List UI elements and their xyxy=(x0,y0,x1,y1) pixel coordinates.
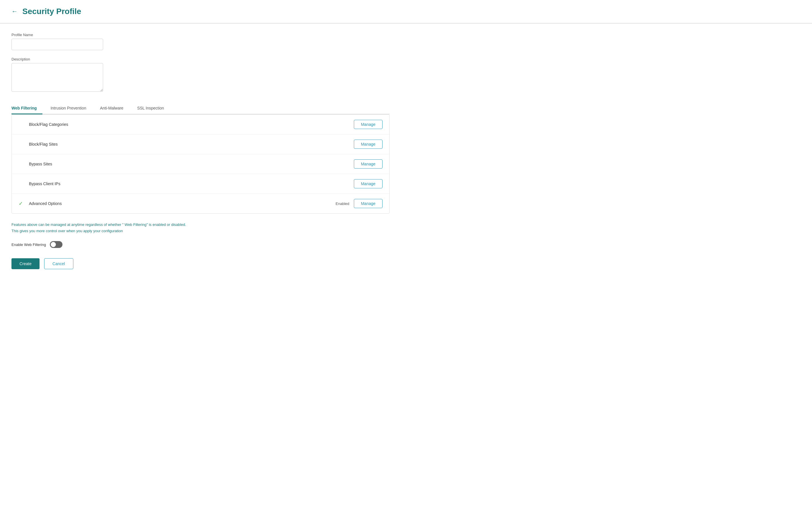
action-buttons: Create Cancel xyxy=(11,258,390,269)
row-left-bypass-client-ips: Bypass Client IPs xyxy=(19,181,60,186)
back-icon: ← xyxy=(11,8,18,15)
description-label: Description xyxy=(11,57,390,61)
info-line1: Features above can be managed at anytime… xyxy=(11,222,390,228)
info-text: Features above can be managed at anytime… xyxy=(11,222,390,234)
description-input[interactable] xyxy=(11,63,103,92)
row-right-block-flag-categories: Manage xyxy=(354,120,382,129)
profile-name-input[interactable] xyxy=(11,39,103,50)
row-left-block-flag-categories: Block/Flag Categories xyxy=(19,122,68,127)
enable-web-filtering-toggle[interactable] xyxy=(50,241,62,248)
page-title: Security Profile xyxy=(22,7,81,16)
manage-button-bypass-sites[interactable]: Manage xyxy=(354,159,382,168)
tab-ssl-inspection[interactable]: SSL Inspection xyxy=(137,103,170,114)
info-line2: This gives you more control over when yo… xyxy=(11,228,390,234)
profile-name-group: Profile Name xyxy=(11,33,390,50)
enabled-text-advanced-options: Enabled xyxy=(335,202,349,206)
tab-anti-malware[interactable]: Anti-Malware xyxy=(100,103,129,114)
row-label-bypass-sites: Bypass Sites xyxy=(29,162,52,166)
table-row: Block/Flag Categories Manage xyxy=(12,115,389,134)
table-row: Bypass Sites Manage xyxy=(12,154,389,174)
cancel-button[interactable]: Cancel xyxy=(44,258,73,269)
table-row: ✓ Advanced Options Enabled Manage xyxy=(12,194,389,213)
row-label-bypass-client-ips: Bypass Client IPs xyxy=(29,181,60,186)
row-label-block-flag-categories: Block/Flag Categories xyxy=(29,122,68,127)
tab-intrusion-prevention[interactable]: Intrusion Prevention xyxy=(50,103,92,114)
table-row: Block/Flag Sites Manage xyxy=(12,134,389,154)
table-row: Bypass Client IPs Manage xyxy=(12,174,389,194)
features-table: Block/Flag Categories Manage Block/Flag … xyxy=(11,114,390,213)
check-icon: ✓ xyxy=(19,200,24,207)
tab-web-filtering[interactable]: Web Filtering xyxy=(11,103,43,114)
description-group: Description xyxy=(11,57,390,93)
row-left-advanced-options: ✓ Advanced Options xyxy=(19,200,62,207)
main-content: Profile Name Description Web Filtering I… xyxy=(0,24,401,278)
toggle-section: Enable Web Filtering xyxy=(11,241,390,248)
manage-button-advanced-options[interactable]: Manage xyxy=(354,199,382,208)
row-label-advanced-options: Advanced Options xyxy=(29,201,62,206)
row-right-bypass-sites: Manage xyxy=(354,159,382,168)
row-right-block-flag-sites: Manage xyxy=(354,139,382,149)
manage-button-block-flag-categories[interactable]: Manage xyxy=(354,120,382,129)
row-right-bypass-client-ips: Manage xyxy=(354,179,382,188)
manage-button-bypass-client-ips[interactable]: Manage xyxy=(354,179,382,188)
manage-button-block-flag-sites[interactable]: Manage xyxy=(354,139,382,149)
tab-bar: Web Filtering Intrusion Prevention Anti-… xyxy=(11,103,390,114)
profile-name-label: Profile Name xyxy=(11,33,390,37)
row-right-advanced-options: Enabled Manage xyxy=(335,199,382,208)
toggle-slider xyxy=(50,241,62,248)
create-button[interactable]: Create xyxy=(11,258,39,269)
page-header: ← Security Profile xyxy=(0,0,812,24)
row-label-block-flag-sites: Block/Flag Sites xyxy=(29,142,58,147)
tabs-section: Web Filtering Intrusion Prevention Anti-… xyxy=(11,103,390,269)
back-button[interactable]: ← xyxy=(11,8,18,15)
row-left-bypass-sites: Bypass Sites xyxy=(19,162,52,166)
row-left-block-flag-sites: Block/Flag Sites xyxy=(19,142,58,147)
toggle-label: Enable Web Filtering xyxy=(11,242,46,247)
